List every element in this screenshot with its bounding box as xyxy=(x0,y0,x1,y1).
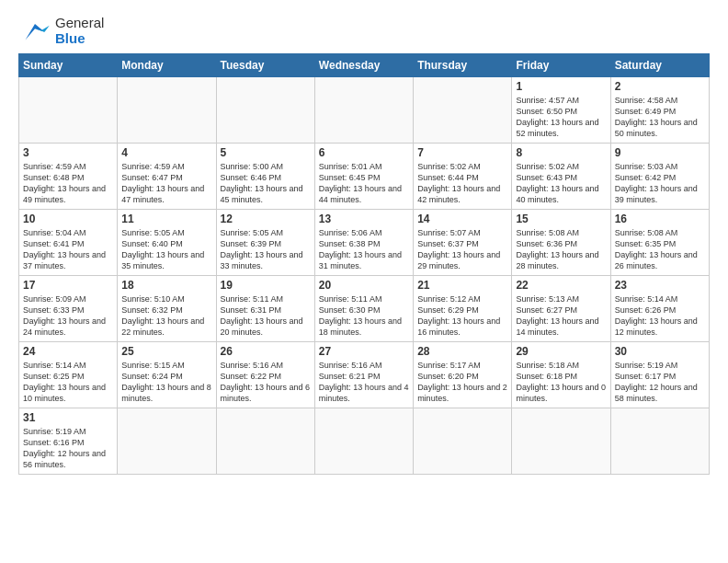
calendar-cell: 25Sunrise: 5:15 AM Sunset: 6:24 PM Dayli… xyxy=(118,342,216,408)
day-number: 19 xyxy=(221,279,311,292)
calendar-cell: 19Sunrise: 5:11 AM Sunset: 6:31 PM Dayli… xyxy=(216,276,314,342)
calendar-cell: 11Sunrise: 5:05 AM Sunset: 6:40 PM Dayli… xyxy=(118,210,216,276)
weekday-header-tuesday: Tuesday xyxy=(216,54,314,77)
calendar-cell: 4Sunrise: 4:59 AM Sunset: 6:47 PM Daylig… xyxy=(118,144,216,210)
day-info: Sunrise: 5:14 AM Sunset: 6:25 PM Dayligh… xyxy=(23,360,113,405)
day-info: Sunrise: 5:17 AM Sunset: 6:20 PM Dayligh… xyxy=(417,360,507,405)
weekday-header-thursday: Thursday xyxy=(414,54,512,77)
day-number: 10 xyxy=(23,213,113,225)
day-number: 24 xyxy=(23,345,113,358)
calendar-cell: 30Sunrise: 5:19 AM Sunset: 6:17 PM Dayli… xyxy=(610,342,709,408)
calendar-cell: 26Sunrise: 5:16 AM Sunset: 6:22 PM Dayli… xyxy=(216,342,314,408)
day-number: 18 xyxy=(121,279,211,292)
weekday-header-sunday: Sunday xyxy=(19,54,118,77)
day-info: Sunrise: 5:01 AM Sunset: 6:45 PM Dayligh… xyxy=(319,161,409,206)
day-number: 5 xyxy=(221,146,311,159)
day-info: Sunrise: 5:04 AM Sunset: 6:41 PM Dayligh… xyxy=(23,227,113,272)
svg-marker-0 xyxy=(26,24,45,40)
calendar-week-5: 24Sunrise: 5:14 AM Sunset: 6:25 PM Dayli… xyxy=(19,342,710,408)
calendar-cell: 29Sunrise: 5:18 AM Sunset: 6:18 PM Dayli… xyxy=(512,342,610,408)
calendar-cell: 27Sunrise: 5:16 AM Sunset: 6:21 PM Dayli… xyxy=(314,342,413,408)
calendar-cell xyxy=(314,77,413,144)
calendar-cell xyxy=(118,77,216,144)
day-number: 15 xyxy=(516,213,606,225)
day-number: 20 xyxy=(319,279,409,292)
day-number: 23 xyxy=(615,279,705,292)
calendar-page: General Blue SundayMondayTuesdayWednesda… xyxy=(0,0,728,563)
day-info: Sunrise: 4:59 AM Sunset: 6:48 PM Dayligh… xyxy=(23,161,113,206)
day-number: 29 xyxy=(516,345,606,358)
weekday-header-row: SundayMondayTuesdayWednesdayThursdayFrid… xyxy=(19,54,710,77)
calendar-cell: 9Sunrise: 5:03 AM Sunset: 6:42 PM Daylig… xyxy=(610,144,709,210)
day-info: Sunrise: 4:57 AM Sunset: 6:50 PM Dayligh… xyxy=(516,95,606,140)
day-info: Sunrise: 5:06 AM Sunset: 6:38 PM Dayligh… xyxy=(319,227,409,272)
calendar-week-1: 1Sunrise: 4:57 AM Sunset: 6:50 PM Daylig… xyxy=(19,77,710,144)
day-info: Sunrise: 5:08 AM Sunset: 6:36 PM Dayligh… xyxy=(516,227,606,272)
calendar-cell: 10Sunrise: 5:04 AM Sunset: 6:41 PM Dayli… xyxy=(19,210,118,276)
calendar-cell: 14Sunrise: 5:07 AM Sunset: 6:37 PM Dayli… xyxy=(414,210,512,276)
calendar-cell xyxy=(414,408,512,475)
day-number: 6 xyxy=(319,146,409,159)
calendar-cell: 8Sunrise: 5:02 AM Sunset: 6:43 PM Daylig… xyxy=(512,144,610,210)
day-number: 7 xyxy=(417,146,507,159)
day-number: 1 xyxy=(516,80,606,93)
calendar-cell: 17Sunrise: 5:09 AM Sunset: 6:33 PM Dayli… xyxy=(19,276,118,342)
calendar-cell: 2Sunrise: 4:58 AM Sunset: 6:49 PM Daylig… xyxy=(610,77,709,144)
logo-icon xyxy=(18,17,51,43)
calendar-week-2: 3Sunrise: 4:59 AM Sunset: 6:48 PM Daylig… xyxy=(19,144,710,210)
calendar-cell xyxy=(118,408,216,475)
calendar-cell: 12Sunrise: 5:05 AM Sunset: 6:39 PM Dayli… xyxy=(216,210,314,276)
day-number: 3 xyxy=(23,146,113,159)
calendar-cell: 21Sunrise: 5:12 AM Sunset: 6:29 PM Dayli… xyxy=(414,276,512,342)
calendar-cell: 7Sunrise: 5:02 AM Sunset: 6:44 PM Daylig… xyxy=(414,144,512,210)
calendar-cell: 18Sunrise: 5:10 AM Sunset: 6:32 PM Dayli… xyxy=(118,276,216,342)
day-number: 16 xyxy=(615,213,705,225)
day-info: Sunrise: 5:19 AM Sunset: 6:17 PM Dayligh… xyxy=(615,360,705,405)
calendar-cell: 6Sunrise: 5:01 AM Sunset: 6:45 PM Daylig… xyxy=(314,144,413,210)
calendar-cell xyxy=(19,77,118,144)
calendar-cell xyxy=(414,77,512,144)
calendar-cell: 20Sunrise: 5:11 AM Sunset: 6:30 PM Dayli… xyxy=(314,276,413,342)
day-info: Sunrise: 5:19 AM Sunset: 6:16 PM Dayligh… xyxy=(23,426,113,471)
day-info: Sunrise: 5:00 AM Sunset: 6:46 PM Dayligh… xyxy=(221,161,311,206)
day-info: Sunrise: 5:11 AM Sunset: 6:31 PM Dayligh… xyxy=(221,293,311,339)
day-number: 28 xyxy=(417,345,507,358)
day-info: Sunrise: 5:02 AM Sunset: 6:44 PM Dayligh… xyxy=(417,161,507,206)
calendar-cell: 1Sunrise: 4:57 AM Sunset: 6:50 PM Daylig… xyxy=(512,77,610,144)
logo-text: General Blue xyxy=(55,15,104,46)
day-info: Sunrise: 5:10 AM Sunset: 6:32 PM Dayligh… xyxy=(121,293,211,339)
day-info: Sunrise: 5:15 AM Sunset: 6:24 PM Dayligh… xyxy=(121,360,211,405)
day-info: Sunrise: 4:59 AM Sunset: 6:47 PM Dayligh… xyxy=(121,161,211,206)
day-info: Sunrise: 5:02 AM Sunset: 6:43 PM Dayligh… xyxy=(516,161,606,206)
day-info: Sunrise: 5:14 AM Sunset: 6:26 PM Dayligh… xyxy=(615,293,705,339)
calendar-cell: 22Sunrise: 5:13 AM Sunset: 6:27 PM Dayli… xyxy=(512,276,610,342)
calendar-cell: 16Sunrise: 5:08 AM Sunset: 6:35 PM Dayli… xyxy=(610,210,709,276)
calendar-cell: 3Sunrise: 4:59 AM Sunset: 6:48 PM Daylig… xyxy=(19,144,118,210)
calendar-header: SundayMondayTuesdayWednesdayThursdayFrid… xyxy=(19,54,710,77)
calendar-cell: 5Sunrise: 5:00 AM Sunset: 6:46 PM Daylig… xyxy=(216,144,314,210)
calendar-cell xyxy=(314,408,413,475)
day-number: 21 xyxy=(417,279,507,292)
day-info: Sunrise: 5:05 AM Sunset: 6:39 PM Dayligh… xyxy=(221,227,311,272)
calendar-cell: 23Sunrise: 5:14 AM Sunset: 6:26 PM Dayli… xyxy=(610,276,709,342)
day-info: Sunrise: 5:12 AM Sunset: 6:29 PM Dayligh… xyxy=(417,293,507,339)
calendar-cell: 28Sunrise: 5:17 AM Sunset: 6:20 PM Dayli… xyxy=(414,342,512,408)
day-number: 14 xyxy=(417,213,507,225)
day-info: Sunrise: 5:11 AM Sunset: 6:30 PM Dayligh… xyxy=(319,293,409,339)
calendar-cell xyxy=(610,408,709,475)
day-number: 17 xyxy=(23,279,113,292)
day-number: 9 xyxy=(615,146,705,159)
day-number: 4 xyxy=(121,146,211,159)
day-number: 30 xyxy=(615,345,705,358)
day-info: Sunrise: 5:16 AM Sunset: 6:21 PM Dayligh… xyxy=(319,360,409,405)
weekday-header-wednesday: Wednesday xyxy=(314,54,413,77)
calendar-cell xyxy=(216,408,314,475)
day-number: 22 xyxy=(516,279,606,292)
day-info: Sunrise: 5:13 AM Sunset: 6:27 PM Dayligh… xyxy=(516,293,606,339)
day-info: Sunrise: 5:08 AM Sunset: 6:35 PM Dayligh… xyxy=(615,227,705,272)
logo: General Blue xyxy=(18,15,104,46)
calendar-cell xyxy=(512,408,610,475)
calendar-week-6: 31Sunrise: 5:19 AM Sunset: 6:16 PM Dayli… xyxy=(19,408,710,475)
day-number: 2 xyxy=(615,80,705,93)
day-number: 26 xyxy=(221,345,311,358)
